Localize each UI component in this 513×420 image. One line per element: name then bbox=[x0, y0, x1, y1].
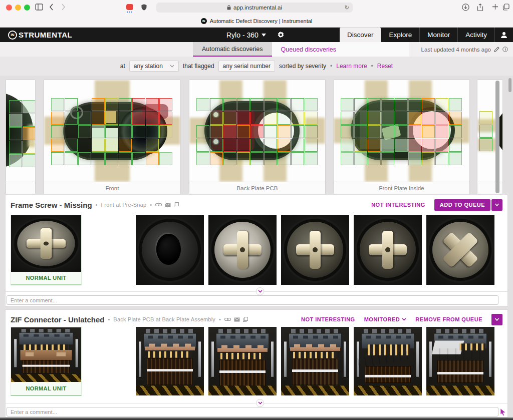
heatmap-cell bbox=[237, 125, 250, 138]
heatmap-cell bbox=[132, 125, 145, 138]
address-bar[interactable]: app.instrumental.ai ↻ bbox=[156, 3, 353, 13]
refresh-icon[interactable]: ↻ bbox=[345, 5, 349, 11]
defect-image-flap-up2[interactable] bbox=[208, 327, 277, 395]
monitored-dropdown[interactable]: MONITORED bbox=[364, 316, 407, 322]
heatmap-cell bbox=[119, 125, 132, 138]
heatmap-cell bbox=[92, 139, 105, 152]
carousel-scrollbar-thumb[interactable] bbox=[495, 81, 499, 193]
defect-image-flap-open[interactable] bbox=[426, 327, 494, 395]
carousel-card-front[interactable]: Front bbox=[44, 80, 180, 194]
heatmap-cell bbox=[368, 98, 381, 111]
page-scrollbar-thumb[interactable] bbox=[508, 78, 511, 92]
discovery-title: ZIF Connector - Unlatched bbox=[11, 315, 105, 324]
carousel-card-backpcb[interactable]: Back Plate PCB bbox=[189, 80, 325, 194]
serial-filter-field[interactable]: any serial number bbox=[218, 61, 275, 72]
edit-pencil-icon[interactable] bbox=[494, 47, 499, 52]
zif-flap bbox=[439, 348, 486, 359]
comment-input[interactable] bbox=[7, 295, 498, 305]
screw-head bbox=[432, 222, 488, 278]
defect-image-phillips-dark[interactable] bbox=[281, 215, 349, 285]
tab-activity[interactable]: Activity bbox=[457, 28, 494, 42]
learn-more-link[interactable]: Learn more bbox=[336, 63, 367, 70]
reset-link[interactable]: Reset bbox=[377, 63, 393, 70]
instrumental-logo[interactable]: INSTRUMENTAL bbox=[8, 31, 72, 40]
carousel-card-partL[interactable] bbox=[6, 80, 35, 194]
link-icon[interactable] bbox=[224, 317, 231, 321]
carousel-card-fpi[interactable]: Front Plate Inside bbox=[334, 80, 469, 194]
logo-text: STRUMENTAL bbox=[19, 31, 72, 39]
heatmap-cell bbox=[368, 139, 381, 152]
comment-input[interactable] bbox=[7, 407, 498, 416]
not-interesting-button[interactable]: NOT INTERESTING bbox=[301, 316, 355, 322]
normal-unit-image[interactable] bbox=[11, 215, 81, 272]
expand-discovery-button[interactable] bbox=[256, 399, 264, 407]
normal-unit-card: NORMAL UNIT bbox=[11, 215, 82, 285]
expand-discovery-button[interactable] bbox=[256, 287, 264, 295]
heatmap-cell bbox=[132, 112, 145, 125]
new-tab-icon[interactable] bbox=[492, 4, 498, 10]
tab-explore[interactable]: Explore bbox=[381, 28, 419, 42]
station-select[interactable]: any station bbox=[129, 61, 179, 72]
heatmap-cell bbox=[237, 112, 250, 125]
mail-icon[interactable] bbox=[234, 317, 240, 322]
heatmap-cell bbox=[9, 127, 22, 140]
copy-icon[interactable] bbox=[243, 317, 248, 322]
defect-image-phillips-worn[interactable] bbox=[426, 215, 494, 285]
mail-icon[interactable] bbox=[165, 203, 171, 207]
heatmap-cell bbox=[23, 141, 35, 154]
defect-image-flap-up[interactable] bbox=[136, 327, 204, 395]
heatmap-cell bbox=[65, 152, 78, 165]
heatmap-cell bbox=[105, 98, 118, 111]
user-account-button[interactable] bbox=[494, 28, 513, 42]
project-picker[interactable]: Rylo - 360 bbox=[226, 28, 266, 42]
defect-image-phillips-dark2[interactable] bbox=[354, 215, 422, 285]
defect-image-flap-up3[interactable] bbox=[281, 327, 349, 395]
heatmap-cell bbox=[51, 125, 64, 138]
extension-badge-icon[interactable] bbox=[126, 4, 133, 10]
tab-monitor[interactable]: Monitor bbox=[419, 28, 457, 42]
info-icon[interactable] bbox=[502, 47, 508, 52]
tab-automatic-discoveries[interactable]: Automatic discoveries bbox=[193, 42, 272, 57]
defect-image-flap-tilt[interactable] bbox=[354, 327, 422, 395]
instrumental-favicon: IN bbox=[201, 18, 207, 24]
normal-unit-card: NORMAL UNIT bbox=[11, 327, 82, 396]
add-to-queue-button[interactable]: ADD TO QUEUE bbox=[434, 199, 490, 211]
sidebar-icon[interactable] bbox=[35, 4, 43, 11]
close-window-button[interactable] bbox=[6, 5, 12, 11]
tab-overview-icon[interactable] bbox=[502, 4, 509, 11]
browser-tab[interactable]: IN Automatic Defect Discovery | Instrume… bbox=[0, 15, 513, 28]
heatmap-cell bbox=[381, 139, 394, 152]
chevron-down-icon bbox=[170, 65, 174, 68]
tab-discover[interactable]: Discover bbox=[340, 28, 381, 42]
filter-bar: at any station that flagged any serial n… bbox=[0, 57, 513, 76]
defect-image-missing[interactable] bbox=[136, 215, 204, 285]
link-icon[interactable] bbox=[155, 203, 162, 207]
queue-dropdown-button[interactable] bbox=[491, 314, 502, 325]
minimize-window-button[interactable] bbox=[15, 5, 21, 11]
heatmap-cell bbox=[354, 112, 367, 125]
not-interesting-button[interactable]: NOT INTERESTING bbox=[371, 202, 425, 208]
pins bbox=[220, 353, 265, 359]
normal-unit-image[interactable] bbox=[11, 327, 81, 382]
heatmap-cell bbox=[408, 112, 421, 125]
forward-icon[interactable] bbox=[61, 4, 66, 11]
maximize-window-button[interactable] bbox=[24, 5, 30, 11]
heatmap-cell bbox=[196, 139, 209, 152]
queue-dropdown-button[interactable] bbox=[491, 199, 502, 211]
defect-image-phillips-silver[interactable] bbox=[208, 215, 277, 285]
shield-icon[interactable] bbox=[141, 4, 147, 11]
copy-icon[interactable] bbox=[174, 202, 179, 207]
downloads-icon[interactable] bbox=[462, 4, 469, 11]
heatmap-cell bbox=[146, 98, 159, 111]
heatmap-cell bbox=[223, 139, 236, 152]
heatmap-cell bbox=[51, 112, 64, 125]
settings-gear-icon[interactable] bbox=[277, 28, 285, 42]
back-icon[interactable] bbox=[49, 4, 54, 11]
next-section-edge bbox=[0, 417, 513, 420]
share-icon[interactable] bbox=[477, 4, 483, 11]
discovery-title: Frame Screw - Missing bbox=[11, 201, 92, 209]
heatmap-cell bbox=[159, 125, 172, 138]
remove-from-queue-button[interactable]: REMOVE FROM QUEUE bbox=[415, 316, 482, 322]
user-icon bbox=[500, 31, 508, 39]
tab-queued-discoveries[interactable]: Queued discoveries bbox=[272, 42, 345, 57]
